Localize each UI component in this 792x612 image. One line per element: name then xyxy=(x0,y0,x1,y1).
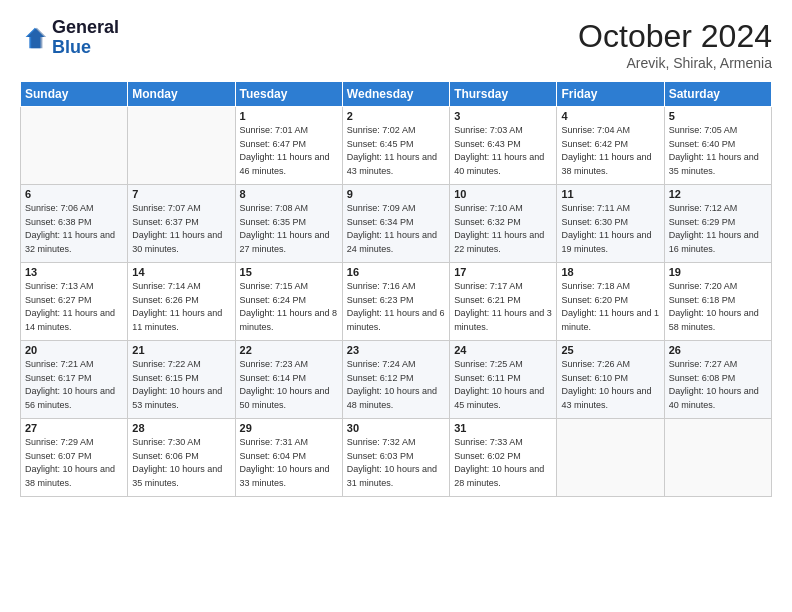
day-number: 15 xyxy=(240,266,338,278)
calendar-cell xyxy=(21,107,128,185)
calendar-week-4: 20Sunrise: 7:21 AMSunset: 6:17 PMDayligh… xyxy=(21,341,772,419)
day-info: Sunrise: 7:32 AMSunset: 6:03 PMDaylight:… xyxy=(347,436,445,490)
day-number: 23 xyxy=(347,344,445,356)
calendar-cell: 20Sunrise: 7:21 AMSunset: 6:17 PMDayligh… xyxy=(21,341,128,419)
day-number: 12 xyxy=(669,188,767,200)
calendar-cell: 18Sunrise: 7:18 AMSunset: 6:20 PMDayligh… xyxy=(557,263,664,341)
calendar-cell: 23Sunrise: 7:24 AMSunset: 6:12 PMDayligh… xyxy=(342,341,449,419)
day-number: 24 xyxy=(454,344,552,356)
calendar-cell: 5Sunrise: 7:05 AMSunset: 6:40 PMDaylight… xyxy=(664,107,771,185)
month-title: October 2024 xyxy=(578,18,772,55)
calendar-cell: 19Sunrise: 7:20 AMSunset: 6:18 PMDayligh… xyxy=(664,263,771,341)
col-tuesday: Tuesday xyxy=(235,82,342,107)
day-info: Sunrise: 7:21 AMSunset: 6:17 PMDaylight:… xyxy=(25,358,123,412)
col-saturday: Saturday xyxy=(664,82,771,107)
day-info: Sunrise: 7:33 AMSunset: 6:02 PMDaylight:… xyxy=(454,436,552,490)
page: General Blue October 2024 Arevik, Shirak… xyxy=(0,0,792,612)
day-info: Sunrise: 7:14 AMSunset: 6:26 PMDaylight:… xyxy=(132,280,230,334)
day-info: Sunrise: 7:12 AMSunset: 6:29 PMDaylight:… xyxy=(669,202,767,256)
day-number: 31 xyxy=(454,422,552,434)
calendar-cell: 21Sunrise: 7:22 AMSunset: 6:15 PMDayligh… xyxy=(128,341,235,419)
day-number: 26 xyxy=(669,344,767,356)
day-number: 11 xyxy=(561,188,659,200)
header: General Blue October 2024 Arevik, Shirak… xyxy=(20,18,772,71)
calendar-cell: 8Sunrise: 7:08 AMSunset: 6:35 PMDaylight… xyxy=(235,185,342,263)
calendar-cell: 15Sunrise: 7:15 AMSunset: 6:24 PMDayligh… xyxy=(235,263,342,341)
day-info: Sunrise: 7:05 AMSunset: 6:40 PMDaylight:… xyxy=(669,124,767,178)
calendar-week-5: 27Sunrise: 7:29 AMSunset: 6:07 PMDayligh… xyxy=(21,419,772,497)
day-number: 8 xyxy=(240,188,338,200)
calendar-cell: 11Sunrise: 7:11 AMSunset: 6:30 PMDayligh… xyxy=(557,185,664,263)
day-info: Sunrise: 7:03 AMSunset: 6:43 PMDaylight:… xyxy=(454,124,552,178)
calendar-week-2: 6Sunrise: 7:06 AMSunset: 6:38 PMDaylight… xyxy=(21,185,772,263)
day-info: Sunrise: 7:15 AMSunset: 6:24 PMDaylight:… xyxy=(240,280,338,334)
day-number: 7 xyxy=(132,188,230,200)
calendar-cell: 3Sunrise: 7:03 AMSunset: 6:43 PMDaylight… xyxy=(450,107,557,185)
day-info: Sunrise: 7:29 AMSunset: 6:07 PMDaylight:… xyxy=(25,436,123,490)
day-number: 18 xyxy=(561,266,659,278)
day-info: Sunrise: 7:23 AMSunset: 6:14 PMDaylight:… xyxy=(240,358,338,412)
day-number: 22 xyxy=(240,344,338,356)
day-info: Sunrise: 7:22 AMSunset: 6:15 PMDaylight:… xyxy=(132,358,230,412)
calendar-cell: 26Sunrise: 7:27 AMSunset: 6:08 PMDayligh… xyxy=(664,341,771,419)
calendar-cell: 2Sunrise: 7:02 AMSunset: 6:45 PMDaylight… xyxy=(342,107,449,185)
calendar-cell: 30Sunrise: 7:32 AMSunset: 6:03 PMDayligh… xyxy=(342,419,449,497)
logo-text: General Blue xyxy=(52,18,119,58)
day-info: Sunrise: 7:20 AMSunset: 6:18 PMDaylight:… xyxy=(669,280,767,334)
day-info: Sunrise: 7:06 AMSunset: 6:38 PMDaylight:… xyxy=(25,202,123,256)
day-number: 16 xyxy=(347,266,445,278)
day-info: Sunrise: 7:27 AMSunset: 6:08 PMDaylight:… xyxy=(669,358,767,412)
col-thursday: Thursday xyxy=(450,82,557,107)
day-number: 10 xyxy=(454,188,552,200)
calendar-cell: 14Sunrise: 7:14 AMSunset: 6:26 PMDayligh… xyxy=(128,263,235,341)
day-info: Sunrise: 7:08 AMSunset: 6:35 PMDaylight:… xyxy=(240,202,338,256)
calendar-cell: 7Sunrise: 7:07 AMSunset: 6:37 PMDaylight… xyxy=(128,185,235,263)
calendar-cell: 16Sunrise: 7:16 AMSunset: 6:23 PMDayligh… xyxy=(342,263,449,341)
calendar-cell: 25Sunrise: 7:26 AMSunset: 6:10 PMDayligh… xyxy=(557,341,664,419)
col-wednesday: Wednesday xyxy=(342,82,449,107)
day-info: Sunrise: 7:02 AMSunset: 6:45 PMDaylight:… xyxy=(347,124,445,178)
calendar-cell: 28Sunrise: 7:30 AMSunset: 6:06 PMDayligh… xyxy=(128,419,235,497)
calendar-cell: 10Sunrise: 7:10 AMSunset: 6:32 PMDayligh… xyxy=(450,185,557,263)
day-info: Sunrise: 7:18 AMSunset: 6:20 PMDaylight:… xyxy=(561,280,659,334)
day-number: 28 xyxy=(132,422,230,434)
day-number: 3 xyxy=(454,110,552,122)
col-friday: Friday xyxy=(557,82,664,107)
calendar-cell xyxy=(664,419,771,497)
day-number: 2 xyxy=(347,110,445,122)
day-number: 9 xyxy=(347,188,445,200)
logo: General Blue xyxy=(20,18,119,58)
calendar-cell: 29Sunrise: 7:31 AMSunset: 6:04 PMDayligh… xyxy=(235,419,342,497)
calendar-cell: 9Sunrise: 7:09 AMSunset: 6:34 PMDaylight… xyxy=(342,185,449,263)
day-info: Sunrise: 7:11 AMSunset: 6:30 PMDaylight:… xyxy=(561,202,659,256)
calendar-cell xyxy=(128,107,235,185)
col-sunday: Sunday xyxy=(21,82,128,107)
day-number: 27 xyxy=(25,422,123,434)
day-info: Sunrise: 7:26 AMSunset: 6:10 PMDaylight:… xyxy=(561,358,659,412)
day-number: 17 xyxy=(454,266,552,278)
calendar-cell: 12Sunrise: 7:12 AMSunset: 6:29 PMDayligh… xyxy=(664,185,771,263)
day-number: 13 xyxy=(25,266,123,278)
day-info: Sunrise: 7:16 AMSunset: 6:23 PMDaylight:… xyxy=(347,280,445,334)
calendar-cell: 6Sunrise: 7:06 AMSunset: 6:38 PMDaylight… xyxy=(21,185,128,263)
day-number: 29 xyxy=(240,422,338,434)
calendar-week-3: 13Sunrise: 7:13 AMSunset: 6:27 PMDayligh… xyxy=(21,263,772,341)
day-number: 19 xyxy=(669,266,767,278)
day-number: 5 xyxy=(669,110,767,122)
calendar-cell: 13Sunrise: 7:13 AMSunset: 6:27 PMDayligh… xyxy=(21,263,128,341)
day-number: 1 xyxy=(240,110,338,122)
calendar-cell xyxy=(557,419,664,497)
day-info: Sunrise: 7:25 AMSunset: 6:11 PMDaylight:… xyxy=(454,358,552,412)
calendar-week-1: 1Sunrise: 7:01 AMSunset: 6:47 PMDaylight… xyxy=(21,107,772,185)
title-block: October 2024 Arevik, Shirak, Armenia xyxy=(578,18,772,71)
location: Arevik, Shirak, Armenia xyxy=(578,55,772,71)
calendar-cell: 1Sunrise: 7:01 AMSunset: 6:47 PMDaylight… xyxy=(235,107,342,185)
day-info: Sunrise: 7:09 AMSunset: 6:34 PMDaylight:… xyxy=(347,202,445,256)
col-monday: Monday xyxy=(128,82,235,107)
day-info: Sunrise: 7:13 AMSunset: 6:27 PMDaylight:… xyxy=(25,280,123,334)
day-info: Sunrise: 7:31 AMSunset: 6:04 PMDaylight:… xyxy=(240,436,338,490)
day-info: Sunrise: 7:30 AMSunset: 6:06 PMDaylight:… xyxy=(132,436,230,490)
day-number: 14 xyxy=(132,266,230,278)
calendar-cell: 22Sunrise: 7:23 AMSunset: 6:14 PMDayligh… xyxy=(235,341,342,419)
day-info: Sunrise: 7:10 AMSunset: 6:32 PMDaylight:… xyxy=(454,202,552,256)
